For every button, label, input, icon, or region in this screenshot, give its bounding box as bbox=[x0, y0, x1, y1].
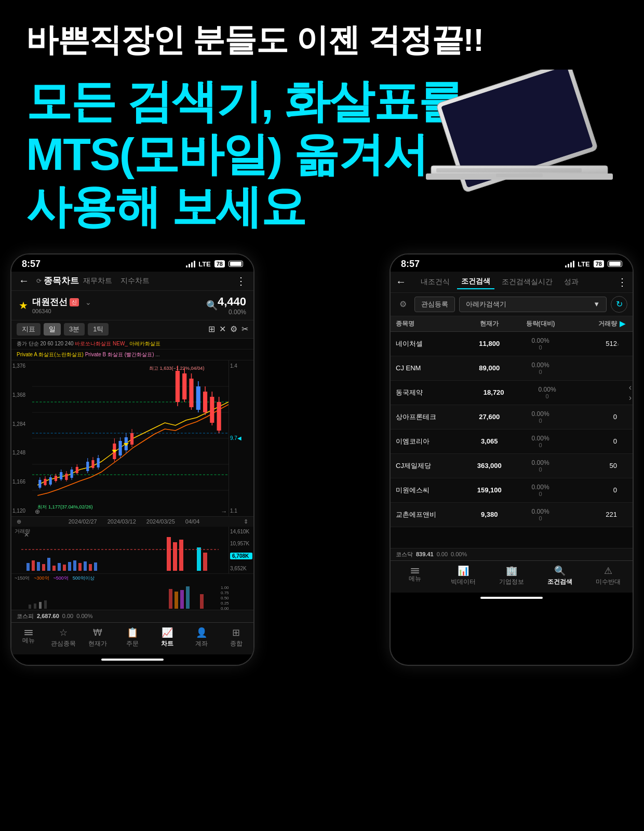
nav-arrows-col: ‹ › bbox=[629, 383, 632, 403]
stock-name-6: CJ제일제당 bbox=[396, 461, 464, 471]
svg-rect-92 bbox=[180, 590, 184, 609]
stock-price-5: 3,065 bbox=[464, 437, 515, 445]
more-menu-icon[interactable]: ⋮ bbox=[236, 275, 246, 287]
phone1-status-icons: LTE 78 bbox=[186, 260, 243, 268]
nav-item-total[interactable]: ⊞ 종합 bbox=[219, 627, 253, 648]
1tick-button[interactable]: 1틱 bbox=[88, 323, 109, 336]
svg-rect-6 bbox=[496, 173, 543, 177]
filter-row: ⚙ 관심등록 아레카검색기 ▼ ↻ bbox=[391, 293, 633, 316]
back-button-2[interactable]: ← bbox=[396, 276, 406, 288]
nav2-item-search[interactable]: 🔍 조건검색 bbox=[536, 565, 584, 586]
tab-financial-chart[interactable]: 재무차트 bbox=[83, 276, 112, 286]
date-2: 2024/03/12 bbox=[108, 518, 136, 525]
stock-search-icon[interactable]: 🔍 bbox=[206, 300, 218, 311]
stock-row-6[interactable]: CJ제일제당 363,000 0.00% 0 50 bbox=[391, 454, 633, 478]
nav2-item-company[interactable]: 🏢 기업정보 bbox=[487, 565, 535, 586]
svg-rect-74 bbox=[73, 560, 76, 571]
svg-rect-81 bbox=[179, 540, 183, 571]
table-header: 종목명 현재가 등락(대비) 거래량 ▶ bbox=[391, 316, 633, 332]
register-watchlist-button[interactable]: 관심등록 bbox=[414, 297, 455, 312]
nav2-item-unsold[interactable]: ⚠ 미수반대 bbox=[584, 565, 633, 586]
indicator-button[interactable]: 지표 bbox=[17, 323, 41, 336]
nav-item-order[interactable]: 📋 주문 bbox=[115, 627, 150, 648]
svg-text:최고 1,633(−1.22%,04/04): 최고 1,633(−1.22%,04/04) bbox=[149, 366, 205, 371]
phone1-frame: 8:57 LTE 78 ← ⟳ 종목차트 재무 bbox=[10, 253, 254, 666]
nav-item-chart[interactable]: 📈 차트 bbox=[150, 627, 184, 648]
day-button[interactable]: 일 bbox=[44, 323, 61, 336]
chevron-right-icon[interactable]: › bbox=[629, 393, 632, 403]
date-3: 2024/03/25 bbox=[146, 518, 175, 525]
svg-text:0.50: 0.50 bbox=[221, 596, 229, 600]
svg-text:0.00: 0.00 bbox=[221, 606, 229, 610]
stock-change-6: 0.00% 0 bbox=[515, 459, 566, 473]
nav2-item-menu[interactable]: 메뉴 bbox=[391, 568, 439, 583]
zoom-icon[interactable]: ⊕ bbox=[17, 518, 21, 525]
svg-rect-70 bbox=[52, 566, 56, 571]
phone2-time: 8:57 bbox=[401, 259, 420, 270]
svg-rect-78 bbox=[94, 562, 97, 571]
svg-rect-83 bbox=[203, 553, 207, 571]
more-menu-icon-2[interactable]: ⋮ bbox=[617, 276, 627, 288]
stock-row-4[interactable]: 상아프론테크 27,600 0.00% 0 0 bbox=[391, 405, 633, 430]
tab-performance[interactable]: 성과 bbox=[560, 275, 583, 289]
phone2-status-icons: LTE 78 bbox=[565, 260, 622, 268]
refresh-button[interactable]: ↻ bbox=[611, 296, 627, 313]
stock-price: 4,440 bbox=[218, 295, 246, 309]
stock-row-8[interactable]: 교촌에프앤비 9,380 0.00% 0 221 bbox=[391, 503, 633, 527]
nav-item-account[interactable]: 👤 계좌 bbox=[184, 627, 219, 648]
price-labels-right: 1.4 9.7◀ 1.1 bbox=[229, 360, 253, 516]
stock-name-block: 대원전선 신 ⌄ 006340 bbox=[32, 296, 201, 314]
stock-vol-7: 0 bbox=[566, 486, 617, 494]
unsold-icon: ⚠ bbox=[604, 565, 612, 577]
stock-price-block: 4,440 0.00% bbox=[218, 295, 246, 316]
stock-row-7[interactable]: 미원에스씨 159,100 0.00% 0 0 bbox=[391, 478, 633, 503]
stock-price-7: 159,100 bbox=[464, 486, 515, 494]
th-volume: 거래량 bbox=[566, 319, 617, 328]
stock-row-1[interactable]: 네이처셀 11,800 0.00% 0 512 › bbox=[391, 332, 633, 356]
grid-icon[interactable]: ⊞ bbox=[208, 324, 215, 334]
svg-rect-80 bbox=[173, 542, 177, 571]
scroll-right-icon[interactable]: ⇕ bbox=[244, 518, 248, 525]
settings-icon[interactable]: ⚙ bbox=[230, 324, 237, 334]
market-pct: 0.00% bbox=[76, 613, 92, 619]
stock-price-3: 18,720 bbox=[467, 388, 520, 396]
right-arrow-nav-icon[interactable]: ▶ bbox=[620, 319, 625, 328]
nav-item-current-price[interactable]: ₩ 현재가 bbox=[81, 627, 115, 648]
back-button[interactable]: ← bbox=[19, 275, 29, 287]
phone2-frame: 8:57 LTE 78 ← 내조건식 조건검색 조건검색실시간 성 bbox=[390, 253, 634, 666]
stock-name-2: CJ ENM bbox=[396, 364, 464, 372]
tab-realtime-search[interactable]: 조건검색실시간 bbox=[498, 275, 557, 289]
nav-item-menu[interactable]: 메뉴 bbox=[11, 630, 46, 645]
cross-icon[interactable]: ✕ bbox=[219, 324, 226, 334]
market2-name: 코스닥 bbox=[396, 551, 413, 558]
tab-index-chart[interactable]: 지수차트 bbox=[120, 276, 150, 286]
candlestick-chart: 최고 1,633(−1.22%,04/04) 최저 1,177(37.04%,0… bbox=[32, 360, 229, 516]
tab-condition-search[interactable]: 조건검색 bbox=[457, 275, 494, 289]
date-1: 2024/02/27 bbox=[69, 518, 97, 525]
stock-row-5[interactable]: 이엠코리아 3,065 0.00% 0 0 bbox=[391, 430, 633, 454]
nav-item-watchlist[interactable]: ☆ 관심종목 bbox=[46, 627, 81, 648]
stock-row-3[interactable]: 동국제약 18,720 0.00% 0 ‹ › bbox=[391, 381, 633, 405]
watchlist-icon: ☆ bbox=[59, 627, 68, 638]
svg-rect-65 bbox=[26, 563, 30, 571]
tab-my-conditions[interactable]: 내조건식 bbox=[417, 275, 454, 289]
3min-button[interactable]: 3분 bbox=[64, 323, 85, 336]
favorite-star-icon[interactable]: ★ bbox=[19, 299, 28, 312]
tools-icon[interactable]: ✂ bbox=[242, 324, 248, 334]
chevron-right-1-icon: › bbox=[617, 341, 619, 348]
svg-rect-88 bbox=[39, 602, 42, 609]
stock-name-3: 동국제약 bbox=[396, 388, 467, 397]
bigdata-icon: 📊 bbox=[458, 565, 469, 577]
stock-chevron-icon[interactable]: ⌄ bbox=[85, 298, 91, 306]
scroll-indicator: ▶ bbox=[617, 319, 627, 328]
svg-rect-82 bbox=[197, 547, 201, 571]
settings-gear-icon[interactable]: ⚙ bbox=[396, 297, 410, 312]
svg-rect-68 bbox=[42, 564, 45, 571]
chevron-left-icon[interactable]: ‹ bbox=[629, 383, 632, 392]
svg-rect-69 bbox=[47, 558, 50, 571]
stock-row-2[interactable]: CJ ENM 89,000 0.00% 0 bbox=[391, 356, 633, 381]
stock-change-4: 0.00% 0 bbox=[515, 410, 566, 424]
nav2-item-bigdata[interactable]: 📊 빅데이터 bbox=[439, 565, 487, 586]
stock-name-7: 미원에스씨 bbox=[396, 486, 464, 495]
filter-dropdown[interactable]: 아레카검색기 ▼ bbox=[459, 297, 607, 312]
